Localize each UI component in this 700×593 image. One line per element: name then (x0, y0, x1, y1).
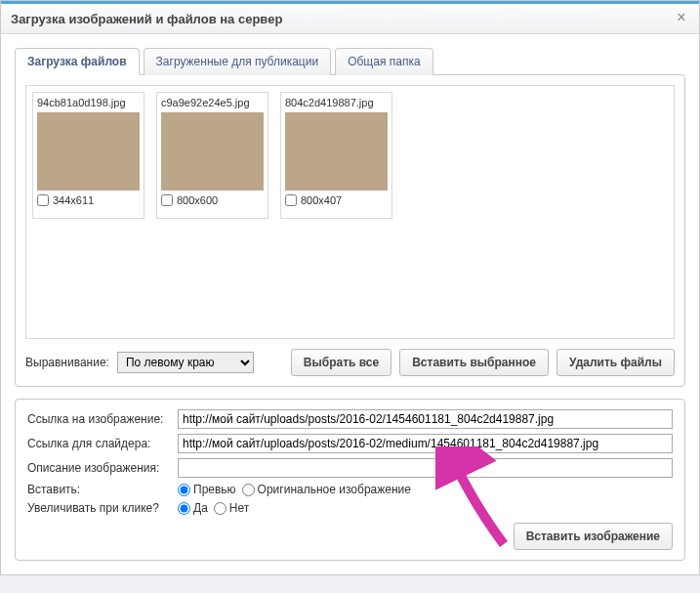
insert-original-radio[interactable] (242, 484, 255, 496)
thumbnail-checkbox[interactable] (37, 194, 49, 206)
zoom-radios: Да Нет (178, 501, 249, 515)
image-link-label: Ссылка на изображение: (27, 412, 174, 426)
thumbnail-checkbox[interactable] (161, 194, 173, 206)
thumbnail-image (37, 112, 140, 191)
close-icon[interactable]: × (674, 11, 689, 26)
slider-link-label: Ссылка для слайдера: (27, 437, 174, 450)
thumbnail-item[interactable]: 804c2d419887.jpg 800x407 (280, 92, 392, 219)
align-label: Выравнивание: (25, 356, 109, 369)
insert-selected-button[interactable]: Вставить выбранное (399, 349, 549, 376)
upload-dialog: Загрузка изображений и файлов на сервер … (0, 0, 700, 575)
align-row: Выравнивание: По левому краю Выбрать все… (25, 349, 675, 376)
tab-panel: 94cb81a0d198.jpg 344x611 c9a9e92e24e5.jp… (15, 74, 685, 387)
tab-uploaded[interactable]: Загруженные для публикации (144, 48, 332, 75)
insert-image-button[interactable]: Вставить изображение (514, 523, 673, 550)
delete-files-button[interactable]: Удалить файлы (556, 349, 675, 376)
thumbnail-filename: 94cb81a0d198.jpg (37, 97, 140, 108)
thumbnail-image (161, 112, 264, 191)
align-select[interactable]: По левому краю (117, 352, 254, 373)
thumbnail-image (285, 112, 388, 191)
insert-mode-radios: Превью Оригинальное изображение (178, 483, 411, 496)
tab-shared[interactable]: Общая папка (335, 48, 432, 75)
thumbnail-filename: c9a9e92e24e5.jpg (161, 97, 264, 108)
thumbnail-footer: 344x611 (37, 194, 140, 206)
thumbnail-checkbox[interactable] (285, 194, 297, 206)
thumbnail-grid: 94cb81a0d198.jpg 344x611 c9a9e92e24e5.jp… (25, 85, 675, 339)
slider-link-input[interactable] (178, 434, 673, 453)
thumbnail-dimensions: 344x611 (53, 194, 94, 206)
select-all-button[interactable]: Выбрать все (291, 349, 391, 376)
image-link-input[interactable] (178, 409, 673, 429)
thumbnail-dimensions: 800x407 (301, 194, 342, 206)
thumbnail-footer: 800x407 (285, 194, 388, 206)
dialog-body: Загрузка файлов Загруженные для публикац… (1, 34, 699, 574)
insert-preview-radio[interactable] (178, 484, 190, 496)
tab-bar: Загрузка файлов Загруженные для публикац… (15, 48, 685, 75)
action-buttons: Выбрать все Вставить выбранное Удалить ф… (291, 349, 675, 376)
image-form: Ссылка на изображение: Ссылка для слайде… (15, 399, 685, 561)
zoom-yes-radio[interactable] (178, 502, 190, 515)
description-label: Описание изображения: (27, 461, 174, 475)
dialog-title: Загрузка изображений и файлов на сервер (11, 12, 674, 26)
thumbnail-filename: 804c2d419887.jpg (285, 97, 388, 108)
thumbnail-item[interactable]: 94cb81a0d198.jpg 344x611 (32, 92, 144, 219)
zoom-label: Увеличивать при клике? (27, 501, 174, 515)
tab-upload[interactable]: Загрузка файлов (15, 48, 140, 75)
insert-mode-label: Вставить: (27, 483, 174, 496)
dialog-header: Загрузка изображений и файлов на сервер … (1, 1, 699, 34)
thumbnail-footer: 800x600 (161, 194, 264, 206)
thumbnail-item[interactable]: c9a9e92e24e5.jpg 800x600 (156, 92, 268, 219)
description-input[interactable] (178, 458, 673, 478)
thumbnail-dimensions: 800x600 (177, 194, 218, 206)
zoom-no-radio[interactable] (214, 502, 226, 515)
